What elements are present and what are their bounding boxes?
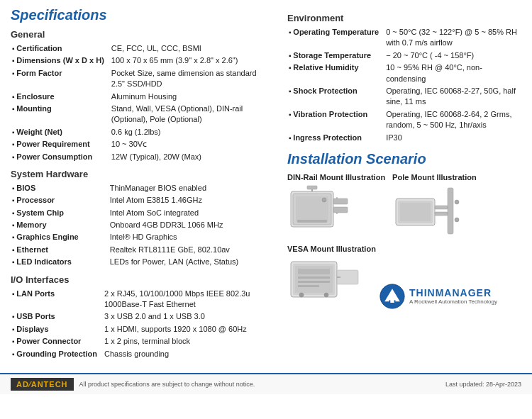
system-hardware-table: BIOSThinManager BIOS enabledProcessorInt… <box>11 182 273 269</box>
din-rail-label: DIN-Rail Mount Illustration <box>287 173 385 181</box>
spec-value: CE, FCC, UL, CCC, BSMI <box>110 43 273 55</box>
system-hardware-title: System Hardware <box>11 169 273 179</box>
spec-value: 1 x 2 pins, terminal block <box>103 335 273 347</box>
table-row: Power Consumption12W (Typical), 20W (Max… <box>11 151 273 163</box>
io-title: I/O Interfaces <box>11 274 273 285</box>
table-row: USB Ports3 x USB 2.0 and 1 x USB 3.0 <box>11 311 273 323</box>
thinmanager-logo: THINMANAGER A Rockwell Automation Techno… <box>379 284 497 309</box>
spec-value: 10 ~ 30Vᴄ <box>110 138 273 150</box>
general-table: CertificationCE, FCC, UL, CCC, BSMIDimen… <box>11 43 273 163</box>
spec-label: Certification <box>11 43 110 55</box>
thinmanager-name: THINMANAGER <box>409 287 497 298</box>
spec-label: Power Connector <box>11 335 103 347</box>
footer-left: AD∕ANTECH All product specifications are… <box>11 378 255 391</box>
spec-value: Aluminum Housing <box>110 91 273 103</box>
table-row: System ChipIntel Atom SoC integrated <box>11 207 273 219</box>
left-column: Specifications General CertificationCE, … <box>11 7 273 364</box>
spec-label: Processor <box>11 194 109 206</box>
spec-label: Displays <box>11 323 103 335</box>
table-row: CertificationCE, FCC, UL, CCC, BSMI <box>11 43 273 55</box>
svg-rect-14 <box>400 203 431 221</box>
advantech-text: AD∕ANTECH <box>16 380 68 389</box>
spec-value: 0 ~ 50°C (32 ~ 122°F) @ 5 ~ 85% RH with … <box>384 26 521 50</box>
spec-value: Stand, Wall, VESA (Optional), DIN-rail (… <box>110 103 273 126</box>
table-row: Shock ProtectionOperating, IEC 60068-2-2… <box>287 85 521 108</box>
table-row: BIOSThinManager BIOS enabled <box>11 182 273 194</box>
table-row: Weight (Net)0.6 kg (1.2lbs) <box>11 126 273 138</box>
footer: AD∕ANTECH All product specifications are… <box>0 373 532 394</box>
svg-rect-22 <box>298 269 330 274</box>
environment-title: Environment <box>287 13 521 23</box>
pole-mount-label: Pole Mount Illustration <box>392 173 477 181</box>
spec-value: IP30 <box>384 132 521 144</box>
svg-rect-33 <box>390 298 394 303</box>
spec-label: Grounding Protection <box>11 348 103 360</box>
pole-mount-block: Pole Mount Illustration <box>392 173 477 238</box>
spec-value: Operating, IEC 60068-2-27, 50G, half sin… <box>384 85 521 108</box>
svg-point-5 <box>322 198 326 202</box>
din-rail-illustration <box>287 184 365 238</box>
spec-label: Storage Temperature <box>287 50 384 62</box>
spec-label: Operating Temperature <box>287 26 384 50</box>
footer-note: All product specifications are subject t… <box>79 381 255 388</box>
spec-value: 2 x RJ45, 10/100/1000 Mbps IEEE 802.3u 1… <box>103 288 273 311</box>
table-row: Power Connector1 x 2 pins, terminal bloc… <box>11 335 273 347</box>
io-table: LAN Ports2 x RJ45, 10/100/1000 Mbps IEEE… <box>11 288 273 360</box>
spec-label: Weight (Net) <box>11 126 110 138</box>
spec-value: Chassis grounding <box>103 348 273 360</box>
svg-point-18 <box>455 218 459 222</box>
table-row: LED IndicatorsLEDs for Power, LAN (Activ… <box>11 256 273 268</box>
din-rail-block: DIN-Rail Mount Illustration <box>287 173 385 238</box>
thinmanager-text: THINMANAGER A Rockwell Automation Techno… <box>409 287 497 305</box>
spec-value: ThinManager BIOS enabled <box>109 182 273 194</box>
spec-value: 3 x USB 2.0 and 1 x USB 3.0 <box>103 311 273 323</box>
spec-label: Ethernet <box>11 244 109 256</box>
table-row: Dimensions (W x D x H)100 x 70 x 65 mm (… <box>11 55 273 67</box>
spec-value: Intel Atom E3815 1.46GHz <box>109 194 273 206</box>
spec-value: 100 x 70 x 65 mm (3.9" x 2.8" x 2.6") <box>110 55 273 67</box>
general-title: General <box>11 29 273 40</box>
svg-point-17 <box>455 200 459 204</box>
spec-label: Dimensions (W x D x H) <box>11 55 110 67</box>
svg-rect-25 <box>298 285 319 287</box>
system-hardware-section: System Hardware BIOSThinManager BIOS ena… <box>11 169 273 269</box>
spec-label: LED Indicators <box>11 256 109 268</box>
table-row: Vibration ProtectionOperating, IEC 60068… <box>287 108 521 132</box>
spec-value: 10 ~ 95% RH @ 40°C, non-condensing <box>384 62 521 85</box>
spec-value: − 20 ~ 70°C ( -4 ~ 158°F) <box>384 50 521 62</box>
svg-rect-24 <box>298 281 330 283</box>
spec-label: Relative Humidity <box>287 62 384 85</box>
table-row: Power Requirement10 ~ 30Vᴄ <box>11 138 273 150</box>
spec-value: Onboard 4GB DDR3L 1066 MHz <box>109 219 273 231</box>
spec-label: Enclosure <box>11 91 110 103</box>
vesa-section: VESA Mount Illustration <box>287 245 521 309</box>
svg-rect-23 <box>298 276 330 279</box>
table-row: ProcessorIntel Atom E3815 1.46GHz <box>11 194 273 206</box>
spec-label: Power Requirement <box>11 138 110 150</box>
installation-section: Installation Scenario DIN-Rail Mount Ill… <box>287 151 521 309</box>
svg-rect-16 <box>435 212 448 216</box>
spec-value: 0.6 kg (1.2lbs) <box>110 126 273 138</box>
table-row: Grounding ProtectionChassis grounding <box>11 348 273 360</box>
spec-label: Power Consumption <box>11 151 110 163</box>
spec-label: Memory <box>11 219 109 231</box>
table-row: Graphics EngineIntel® HD Graphics <box>11 231 273 243</box>
table-row: Displays1 x HDMI, supports 1920 x 1080 @… <box>11 323 273 335</box>
spec-label: USB Ports <box>11 311 103 323</box>
svg-rect-7 <box>333 207 348 213</box>
main-content: Specifications General CertificationCE, … <box>0 0 532 364</box>
table-row: EthernetRealtek RTL8111E GbE, 802.10av <box>11 244 273 256</box>
svg-point-27 <box>324 293 328 297</box>
svg-point-26 <box>299 293 304 297</box>
illustrations: DIN-Rail Mount Illustration <box>287 173 521 238</box>
right-column: Environment Operating Temperature0 ~ 50°… <box>287 7 521 364</box>
svg-rect-6 <box>333 199 348 204</box>
spec-value: Operating, IEC 60068-2-64, 2 Grms, rando… <box>384 108 521 132</box>
spec-label: Shock Protection <box>287 85 384 108</box>
spec-label: Vibration Protection <box>287 108 384 132</box>
table-row: Ingress ProtectionIP30 <box>287 132 521 144</box>
vesa-label: VESA Mount Illustration <box>287 245 521 253</box>
table-row: Storage Temperature− 20 ~ 70°C ( -4 ~ 15… <box>287 50 521 62</box>
spec-label: BIOS <box>11 182 109 194</box>
table-row: MountingStand, Wall, VESA (Optional), DI… <box>11 103 273 126</box>
